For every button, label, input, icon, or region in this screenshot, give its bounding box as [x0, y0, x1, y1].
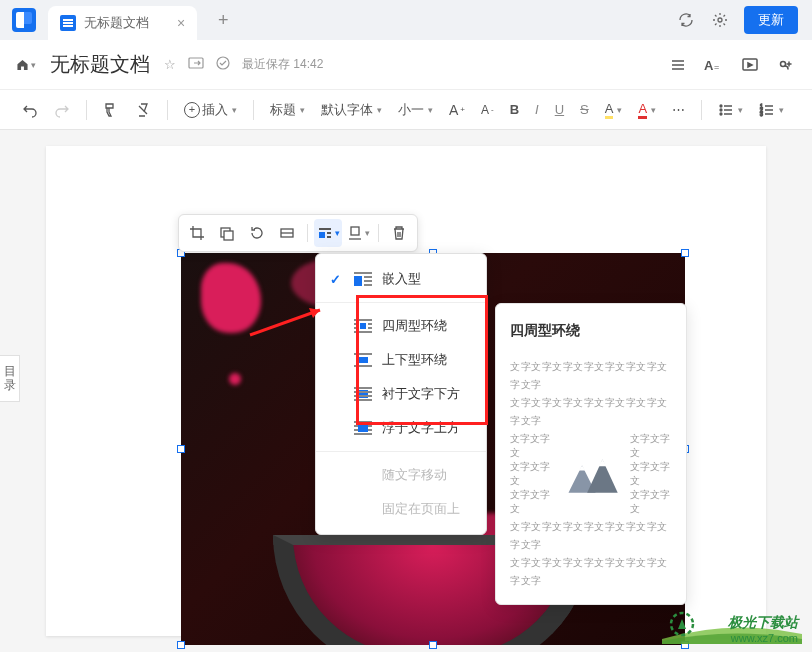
title-bar: ▾ 无标题文档 ☆ 最近保存 14:42 A=	[0, 40, 812, 90]
wrap-option-inline[interactable]: ✓ 嵌入型	[316, 262, 486, 296]
wrap-option-label: 上下型环绕	[382, 351, 447, 369]
text-style-icon[interactable]: A=	[704, 55, 724, 75]
svg-rect-16	[319, 228, 331, 230]
wrap-dropdown: ✓ 嵌入型 四周型环绕 上下型环绕 衬于文字下方 浮于文字上方 随文字移动 固定…	[315, 253, 487, 535]
svg-rect-24	[364, 280, 372, 282]
check-icon: ✓	[330, 272, 344, 287]
resize-handle[interactable]	[429, 641, 437, 649]
move-icon[interactable]	[188, 56, 204, 73]
wrap-square-icon	[354, 319, 372, 333]
resize-handle[interactable]	[177, 641, 185, 649]
wrap-preview: 四周型环绕 文字文字文字文字文字文字文字文字文字 文字文字文字文字文字文字文字文…	[495, 303, 687, 605]
increase-font-button[interactable]: A+	[443, 98, 471, 122]
decrease-font-button[interactable]: A-	[475, 99, 500, 121]
settings-icon[interactable]	[710, 10, 730, 30]
svg-rect-44	[354, 433, 372, 435]
crop-button[interactable]	[183, 219, 211, 247]
menu-icon[interactable]	[668, 55, 688, 75]
preview-title: 四周型环绕	[510, 322, 672, 340]
preview-text: 文字文字文	[630, 488, 672, 516]
svg-rect-32	[354, 331, 372, 333]
svg-point-8	[720, 109, 722, 111]
svg-rect-25	[364, 284, 372, 286]
wrap-option-square[interactable]: 四周型环绕	[316, 309, 486, 343]
tab-bar: 无标题文档 × + 更新	[0, 0, 812, 40]
preview-text: 文字文字文字文字文字文字文字文字文字	[510, 394, 672, 430]
strike-button[interactable]: S	[574, 98, 595, 121]
mountain-image-icon	[560, 452, 621, 496]
presentation-icon[interactable]	[740, 55, 760, 75]
new-tab-button[interactable]: +	[209, 6, 237, 34]
rotate-button[interactable]	[243, 219, 271, 247]
insert-button[interactable]: +插入▾	[178, 97, 243, 123]
format-toolbar: +插入▾ 标题▾ 默认字体▾ 小一▾ A+ A- B I U S A▾ A▾ ⋯…	[0, 90, 812, 130]
doc-icon	[60, 15, 76, 31]
resize-handle[interactable]	[177, 445, 185, 453]
underline-button[interactable]: U	[549, 98, 570, 121]
italic-button[interactable]: I	[529, 98, 545, 121]
number-list-button[interactable]: 123▾	[753, 98, 790, 122]
svg-rect-33	[354, 353, 372, 355]
svg-rect-17	[319, 232, 325, 238]
delete-button[interactable]	[385, 219, 413, 247]
font-color-button[interactable]: A▾	[632, 97, 662, 123]
svg-rect-30	[354, 327, 358, 329]
preview-text: 文字文字文	[510, 432, 552, 460]
bold-button[interactable]: B	[504, 98, 525, 121]
clear-format-button[interactable]	[129, 98, 157, 122]
border-button[interactable]	[273, 219, 301, 247]
size-label: 小一	[398, 101, 424, 119]
size-select[interactable]: 小一▾	[392, 97, 439, 123]
replace-button[interactable]	[213, 219, 241, 247]
svg-rect-31	[368, 327, 372, 329]
font-select[interactable]: 默认字体▾	[315, 97, 388, 123]
redo-button[interactable]	[48, 98, 76, 122]
bullet-list-button[interactable]: ▾	[712, 98, 749, 122]
star-icon[interactable]: ☆	[164, 57, 176, 72]
document-tab[interactable]: 无标题文档 ×	[48, 6, 197, 40]
insert-label: 插入	[202, 101, 228, 119]
svg-rect-20	[351, 227, 359, 235]
preview-text: 文字文字文字文字文字文字文字文字文字	[510, 554, 672, 590]
outline-sidebar-tab[interactable]: 目录	[0, 355, 20, 402]
wrap-inline-icon	[354, 272, 372, 286]
tab-close-icon[interactable]: ×	[177, 15, 185, 31]
home-icon[interactable]: ▾	[16, 55, 36, 75]
highlight-button[interactable]: A▾	[599, 97, 629, 123]
wrap-behind-icon	[354, 387, 372, 401]
svg-rect-34	[358, 357, 368, 363]
svg-text:3: 3	[760, 111, 763, 117]
svg-rect-45	[358, 424, 368, 432]
share-icon[interactable]	[776, 55, 796, 75]
app-logo[interactable]	[12, 8, 36, 32]
svg-rect-21	[354, 272, 372, 274]
wrap-topbottom-icon	[354, 353, 372, 367]
preview-text: 文字文字文字文字文字文字文字文字文字	[510, 518, 672, 554]
wrap-option-label: 浮于文字上方	[382, 419, 460, 437]
align-button[interactable]: ▾	[344, 219, 372, 247]
undo-button[interactable]	[16, 98, 44, 122]
svg-rect-22	[354, 276, 362, 286]
preview-text: 文字文字文	[510, 460, 552, 488]
svg-rect-26	[354, 319, 372, 321]
document-title[interactable]: 无标题文档	[50, 51, 150, 78]
svg-rect-40	[354, 399, 372, 401]
watermark: 极光下载站 www.xz7.com	[728, 614, 802, 644]
wrap-option-behind[interactable]: 衬于文字下方	[316, 377, 486, 411]
more-format-button[interactable]: ⋯	[666, 98, 691, 121]
svg-rect-38	[354, 391, 372, 393]
format-painter-button[interactable]	[97, 98, 125, 122]
svg-rect-41	[354, 421, 372, 423]
wrap-button[interactable]: ▾	[314, 219, 342, 247]
watermark-url: www.xz7.com	[728, 632, 798, 644]
wrap-option-topbottom[interactable]: 上下型环绕	[316, 343, 486, 377]
heading-select[interactable]: 标题▾	[264, 97, 311, 123]
sync-icon[interactable]	[676, 10, 696, 30]
resize-handle[interactable]	[681, 249, 689, 257]
saved-status-text: 最近保存 14:42	[242, 56, 323, 73]
svg-point-9	[720, 113, 722, 115]
svg-rect-29	[368, 323, 372, 325]
update-button[interactable]: 更新	[744, 6, 798, 34]
wrap-option-front[interactable]: 浮于文字上方	[316, 411, 486, 445]
wrap-option-label: 嵌入型	[382, 270, 421, 288]
